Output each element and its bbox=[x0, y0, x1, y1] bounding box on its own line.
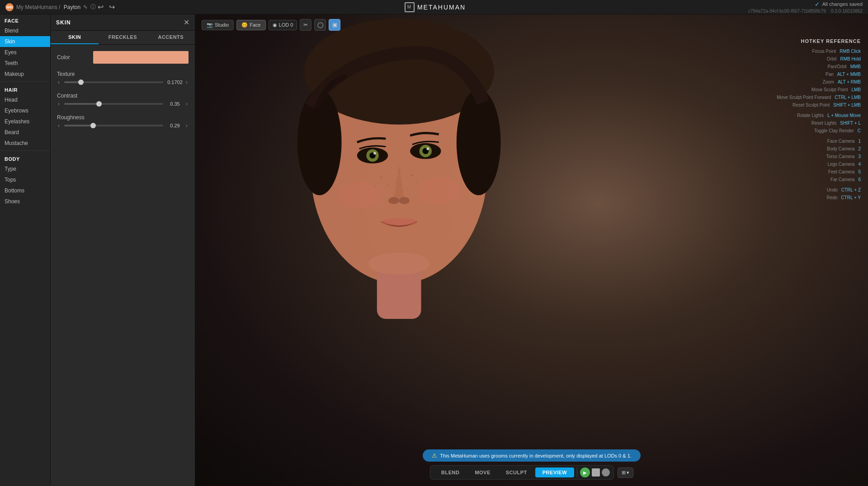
hk-legs-camera: Legs Camera 4 bbox=[777, 160, 861, 168]
topbar: MH My MetaHumans / Payton ✎ ⓘ ↩ ↪ M META… bbox=[0, 0, 868, 14]
sidebar-item-bottoms[interactable]: Bottoms bbox=[0, 185, 50, 196]
sidebar-item-makeup[interactable]: Makeup bbox=[0, 69, 50, 79]
brand-name: METAHUMAN bbox=[417, 4, 466, 11]
sidebar-item-shoes[interactable]: Shoes bbox=[0, 196, 50, 207]
contrast-thumb[interactable] bbox=[96, 101, 102, 107]
brand-logo: M METAHUMAN bbox=[405, 2, 466, 12]
redo-button[interactable]: ↪ bbox=[107, 2, 117, 12]
layout-chevron: ▾ bbox=[627, 470, 629, 476]
sidebar-item-eyebrows[interactable]: Eyebrows bbox=[0, 105, 50, 116]
contrast-controls: ‹ 0.35 › bbox=[57, 101, 189, 107]
face-button[interactable]: 😊 Face bbox=[236, 20, 265, 30]
face-icon: 😊 bbox=[241, 22, 248, 28]
tab-accents[interactable]: ACCENTS bbox=[147, 31, 195, 44]
contrast-decrement-button[interactable]: ‹ bbox=[57, 101, 61, 107]
sidebar-item-beard[interactable]: Beard bbox=[0, 127, 50, 138]
sidebar-item-skin[interactable]: Skin bbox=[0, 36, 50, 47]
hk-toggle-clay: Toggle Clay Render C bbox=[777, 127, 861, 135]
view-mode-button[interactable]: ▣ bbox=[329, 19, 340, 31]
viewport[interactable]: 📷 Studio 😊 Face ◉ LOD 0 ✂ ◯ ▣ HOTKEY REF… bbox=[195, 14, 868, 486]
studio-button[interactable]: 📷 Studio bbox=[202, 20, 234, 30]
save-status: All changes saved bbox=[822, 1, 863, 7]
sidebar-item-eyelashes[interactable]: Eyelashes bbox=[0, 116, 50, 127]
stop-button[interactable] bbox=[592, 468, 600, 477]
record-button[interactable] bbox=[602, 468, 610, 477]
sidebar-item-eyes[interactable]: Eyes bbox=[0, 47, 50, 58]
undo-button[interactable]: ↩ bbox=[96, 2, 105, 12]
roughness-decrement-button[interactable]: ‹ bbox=[57, 122, 61, 129]
tab-freckles[interactable]: FRECKLES bbox=[99, 31, 146, 44]
sidebar-section-body: BODY bbox=[0, 153, 50, 164]
mode-move-button[interactable]: MOVE bbox=[467, 467, 497, 477]
breadcrumb-area: MH My MetaHumans / Payton ✎ ⓘ bbox=[5, 3, 96, 11]
svg-point-16 bbox=[380, 177, 382, 179]
layout-button[interactable]: ⊞ ▾ bbox=[618, 467, 633, 478]
svg-point-12 bbox=[426, 148, 429, 150]
roughness-label: Roughness bbox=[57, 114, 85, 121]
mode-sculpt-button[interactable]: SCULPT bbox=[499, 467, 534, 477]
contrast-increment-button[interactable]: › bbox=[185, 101, 189, 107]
contrast-track[interactable] bbox=[64, 103, 163, 105]
texture-label: Texture bbox=[57, 71, 75, 77]
hk-reset-sculpt: Reset Sculpt Point SHIFT + LMB bbox=[777, 101, 861, 109]
contrast-slider-row: Contrast ‹ 0.35 › bbox=[57, 93, 189, 107]
panel-tabs: SKIN FRECKLES ACCENTS bbox=[51, 31, 195, 45]
edit-icon[interactable]: ✎ bbox=[83, 4, 88, 10]
texture-decrement-button[interactable]: ‹ bbox=[57, 79, 61, 85]
mode-bar: BLEND MOVE SCULPT PREVIEW ▶ bbox=[430, 465, 614, 480]
sidebar-item-mustache[interactable]: Mustache bbox=[0, 138, 50, 149]
mode-preview-button[interactable]: PREVIEW bbox=[535, 467, 574, 477]
sidebar-item-head[interactable]: Head bbox=[0, 94, 50, 105]
brand-icon: M bbox=[405, 2, 415, 12]
panel-title: SKIN bbox=[56, 19, 71, 26]
sidebar-item-type[interactable]: Type bbox=[0, 164, 50, 174]
paint-tool-button[interactable]: ◯ bbox=[314, 19, 326, 31]
roughness-fill bbox=[64, 125, 93, 126]
sidebar-section-face: FACE bbox=[0, 14, 50, 25]
mode-blend-button[interactable]: BLEND bbox=[434, 467, 467, 477]
texture-increment-button[interactable]: › bbox=[185, 79, 189, 85]
contrast-fill bbox=[64, 103, 99, 105]
roughness-slider-row: Roughness ‹ 0.29 › bbox=[57, 114, 189, 129]
sculpt-tool-button[interactable]: ✂ bbox=[300, 19, 311, 31]
texture-label-row: Texture bbox=[57, 71, 189, 77]
sidebar-divider-2 bbox=[0, 150, 50, 151]
roughness-thumb[interactable] bbox=[90, 123, 96, 128]
texture-slider-row: Texture ‹ 0.1702 › bbox=[57, 71, 189, 85]
sidebar-item-blend[interactable]: Blend bbox=[0, 25, 50, 36]
sidebar-item-teeth[interactable]: Teeth bbox=[0, 58, 50, 69]
play-button[interactable]: ▶ bbox=[580, 467, 590, 477]
topbar-center: M METAHUMAN bbox=[122, 2, 748, 12]
tab-skin[interactable]: SKIN bbox=[51, 31, 99, 44]
mode-divider bbox=[577, 468, 577, 477]
hk-focus-point: Focus Point RMB Click bbox=[777, 47, 861, 55]
hk-orbit: Orbit RMB Hold bbox=[777, 55, 861, 63]
sidebar-item-tops[interactable]: Tops bbox=[0, 174, 50, 185]
svg-point-17 bbox=[387, 183, 389, 185]
roughness-track[interactable] bbox=[64, 125, 163, 126]
color-swatch[interactable] bbox=[93, 51, 189, 64]
playback-row: BLEND MOVE SCULPT PREVIEW ▶ ⊞ ▾ bbox=[430, 465, 633, 480]
sidebar-section-hair: HAIR bbox=[0, 84, 50, 94]
viewport-background bbox=[195, 14, 868, 486]
texture-controls: ‹ 0.1702 › bbox=[57, 79, 189, 85]
hk-redo: Redo CTRL + Y bbox=[777, 194, 861, 201]
texture-thumb[interactable] bbox=[78, 79, 84, 85]
warning-icon: ⚠ bbox=[432, 452, 437, 459]
breadcrumb: My MetaHumans / Payton bbox=[16, 4, 80, 10]
hk-move-sculpt-fwd: Move Sculpt Point Forward CTRL + LMB bbox=[777, 93, 861, 101]
hk-reset-lights: Reset Lights SHIFT + L bbox=[777, 119, 861, 127]
roughness-increment-button[interactable]: › bbox=[185, 122, 189, 129]
lod-icon: ◉ bbox=[273, 22, 277, 28]
bottom-bar: ⚠ This MetaHuman uses grooms currently i… bbox=[195, 449, 868, 480]
roughness-value: 0.29 bbox=[167, 123, 183, 128]
svg-point-3 bbox=[457, 89, 501, 196]
info-icon[interactable]: ⓘ bbox=[90, 3, 96, 11]
texture-track[interactable] bbox=[64, 81, 163, 83]
svg-point-15 bbox=[382, 218, 417, 225]
panel-header: SKIN ✕ bbox=[51, 14, 195, 31]
panel-close-button[interactable]: ✕ bbox=[184, 18, 189, 27]
viewport-toolbar: 📷 Studio 😊 Face ◉ LOD 0 ✂ ◯ ▣ bbox=[202, 19, 340, 31]
panel-content: Color Texture ‹ 0.1702 › bbox=[51, 45, 195, 135]
hk-rotate-lights: Rotate Lights L + Mouse Move bbox=[777, 112, 861, 119]
